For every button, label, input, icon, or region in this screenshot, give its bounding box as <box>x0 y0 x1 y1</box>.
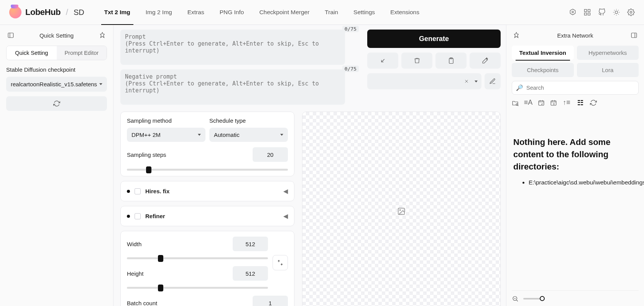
width-label: Width <box>127 241 141 247</box>
tab-train[interactable]: Train <box>317 0 346 25</box>
chevron-down-icon <box>280 134 283 136</box>
sampling-steps-value[interactable]: 20 <box>253 147 288 162</box>
extra-tab-hypernetworks[interactable]: Hypernetworks <box>577 46 639 60</box>
collapse-left-icon[interactable] <box>6 31 15 40</box>
edit-styles-button[interactable] <box>485 73 501 89</box>
hexagon-icon[interactable] <box>569 8 577 16</box>
seg-quick-setting[interactable]: Quick Setting <box>7 46 57 60</box>
checkpoint-dropdown[interactable]: realcartoonRealistic_v15.safetensors <box>6 77 107 92</box>
grid-icon[interactable] <box>583 8 591 16</box>
clipboard-button[interactable] <box>435 53 467 69</box>
width-slider[interactable] <box>127 257 268 259</box>
search-icon: 🔎 <box>516 84 523 91</box>
tab-txt2img[interactable]: Txt 2 Img <box>97 0 138 25</box>
extra-tab-textual-inversion[interactable]: Textual Inversion <box>512 46 574 60</box>
chevron-down-icon <box>99 83 102 85</box>
svg-rect-13 <box>631 33 637 38</box>
image-placeholder-icon <box>397 207 406 216</box>
sidebar-right: Extra Network Textual Inversion Hypernet… <box>506 25 644 306</box>
sort-name-icon[interactable]: ≡A <box>524 99 532 107</box>
prompt-counter: 0/75 <box>342 26 359 32</box>
batch-count-label: Batch count <box>127 300 157 306</box>
tab-settings[interactable]: Settings <box>346 0 383 25</box>
hires-fix-collapse[interactable]: Hires. fix ◀ <box>120 181 294 201</box>
chevron-left-icon: ◀ <box>283 188 288 195</box>
zoom-slider[interactable] <box>523 298 542 299</box>
refresh-icon[interactable] <box>590 99 597 106</box>
dot-icon <box>127 215 130 218</box>
seg-prompt-editor[interactable]: Prompt Editor <box>57 46 107 60</box>
checkpoint-value: realcartoonRealistic_v15.safetensors <box>11 81 97 87</box>
empty-directory-item: E:\practice\aigc\sd.webui\webui\embeddin… <box>529 179 639 186</box>
svg-point-5 <box>615 11 618 14</box>
empty-message: Nothing here. Add some content to the fo… <box>512 136 639 173</box>
extra-network-search[interactable]: 🔎 <box>512 81 639 95</box>
height-label: Height <box>127 270 143 277</box>
sun-icon[interactable] <box>613 8 620 16</box>
extra-network-toolbar: ≡A ↑≡ ☷ <box>512 99 639 107</box>
swap-dimensions-button[interactable] <box>273 255 288 270</box>
sampling-steps-slider[interactable] <box>127 169 288 171</box>
refiner-checkbox[interactable] <box>135 213 141 219</box>
negative-prompt-input[interactable] <box>120 69 345 105</box>
prompt-input[interactable] <box>120 30 345 65</box>
main-area: Quick Setting Quick Setting Prompt Edito… <box>0 25 644 306</box>
arrow-in-button[interactable] <box>367 53 398 69</box>
sampling-method-dropdown[interactable]: DPM++ 2M <box>127 128 205 142</box>
top-icon-row <box>569 8 635 16</box>
height-slider[interactable] <box>127 287 268 289</box>
dimensions-card: Width 512 Height 512 <box>120 231 294 306</box>
extra-network-search-input[interactable] <box>526 85 634 91</box>
zoom-row <box>512 290 639 302</box>
refiner-collapse[interactable]: Refiner ◀ <box>120 206 294 226</box>
extra-tab-lora[interactable]: Lora <box>577 63 639 77</box>
left-panel-title: Quick Setting <box>15 32 98 39</box>
sidebar-left: Quick Setting Quick Setting Prompt Edito… <box>0 25 113 306</box>
tab-img2img[interactable]: Img 2 Img <box>138 0 180 25</box>
wand-button[interactable] <box>470 53 501 69</box>
pin-icon[interactable] <box>512 31 521 40</box>
tab-checkpoint-merger[interactable]: Checkpoint Merger <box>251 0 317 25</box>
zoom-out-icon[interactable] <box>512 295 519 302</box>
height-value[interactable]: 512 <box>233 266 268 281</box>
calendar-modified-icon[interactable] <box>550 99 557 106</box>
sort-direction-icon[interactable]: ↑≡ <box>562 99 571 107</box>
output-preview <box>302 112 501 306</box>
trash-button[interactable] <box>401 53 432 69</box>
folder-search-icon[interactable] <box>512 99 519 106</box>
width-value[interactable]: 512 <box>233 237 268 251</box>
sampling-steps-label: Sampling steps <box>127 151 166 158</box>
generate-button[interactable]: Generate <box>367 30 501 48</box>
svg-rect-2 <box>588 10 590 12</box>
extra-tab-checkpoints[interactable]: Checkpoints <box>512 63 574 77</box>
gear-icon[interactable] <box>627 8 635 16</box>
brand-suffix: SD <box>74 8 84 17</box>
svg-point-0 <box>572 11 573 13</box>
refresh-checkpoint-button[interactable] <box>6 96 107 111</box>
view-tree-icon[interactable]: ☷ <box>576 99 585 107</box>
hires-checkbox[interactable] <box>135 188 141 194</box>
styles-dropdown[interactable] <box>367 73 481 89</box>
chevron-down-icon <box>198 134 201 136</box>
brand-name: LobeHub <box>25 7 61 17</box>
left-segmented: Quick Setting Prompt Editor <box>6 46 107 60</box>
tab-extras[interactable]: Extras <box>180 0 212 25</box>
svg-rect-3 <box>585 13 587 15</box>
right-panel-title: Extra Network <box>521 32 629 39</box>
batch-count-value[interactable]: 1 <box>253 296 288 306</box>
schedule-type-dropdown[interactable]: Automatic <box>209 128 288 142</box>
calendar-created-icon[interactable] <box>538 99 545 106</box>
sampling-method-label: Sampling method <box>127 117 205 124</box>
svg-rect-1 <box>585 10 587 12</box>
chevron-left-icon: ◀ <box>283 212 288 220</box>
center-column: 0/75 0/75 Generate <box>113 25 506 306</box>
chevron-down-icon <box>475 81 478 82</box>
pin-icon[interactable] <box>98 31 107 40</box>
tab-pnginfo[interactable]: PNG Info <box>212 0 252 25</box>
top-tabs: Txt 2 Img Img 2 Img Extras PNG Info Chec… <box>97 0 427 25</box>
brand-separator: / <box>66 7 68 17</box>
dot-icon <box>127 190 130 193</box>
github-icon[interactable] <box>598 8 606 16</box>
collapse-right-icon[interactable] <box>629 31 639 40</box>
tab-extensions[interactable]: Extensions <box>383 0 427 25</box>
